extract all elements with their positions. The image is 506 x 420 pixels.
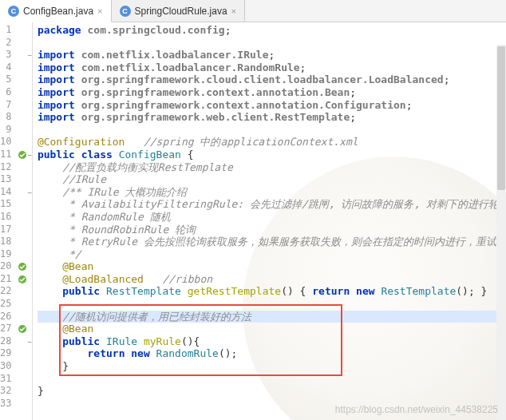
fold-toggle [27,311,31,323]
vertical-scrollbar[interactable] [496,45,506,420]
gutter-mark [18,347,27,360]
line-number: 26 [0,311,11,323]
gutter-mark [18,149,27,161]
code-line[interactable]: @Configuration //spring 中的applicationCon… [38,136,506,149]
line-number: 16 [0,211,11,224]
line-number: 5 [0,73,11,86]
code-line[interactable]: * AvailabilityFilteringRule: 会先过滤掉/跳闸, 访… [38,198,506,211]
code-line[interactable]: @LoadBalanced //ribbon [38,273,506,286]
gutter-mark [18,260,27,273]
gutter-mark [18,360,27,373]
watermark: https://blog.csdn.net/weixin_44538225 [335,404,498,415]
line-number-gutter: 1234567891011121314151617181920212225262… [0,22,18,420]
code-line[interactable]: * RetryRule 会先按照轮询获取服务，如果服务获取失败，则会在指定的时间… [38,236,506,248]
code-line[interactable]: //配置负载均衡实现RestTemplate [38,161,506,174]
gutter-mark [18,224,27,236]
tab-label: SpringCloudRule.java [135,6,227,17]
line-number: 19 [0,248,11,261]
scrollbar-thumb[interactable] [497,46,505,190]
fold-toggle[interactable]: − [27,49,31,61]
gutter-mark [18,111,27,124]
code-line[interactable]: } [38,360,506,373]
tab-bar: C ConfigBean.java × C SpringCloudRule.ja… [0,0,506,22]
gutter-mark [18,24,27,37]
gutter-mark [18,86,27,99]
fold-toggle [27,398,31,410]
gutter-mark [18,248,27,261]
code-line[interactable]: * RoundRobinRule 轮询 [38,224,506,236]
fold-toggle [27,373,31,386]
fold-toggle [27,161,31,174]
line-number: 29 [0,347,11,360]
close-icon[interactable]: × [97,6,102,16]
line-number: 8 [0,111,11,124]
code-line[interactable]: @Bean [38,323,506,335]
gutter-mark [18,124,27,137]
line-number: 15 [0,198,11,211]
fold-toggle [27,273,31,286]
gutter-mark [18,186,27,199]
fold-toggle [27,99,31,112]
code-line[interactable]: import org.springframework.cloud.client.… [38,73,506,86]
code-line[interactable]: public IRule myRule(){ [38,335,506,348]
fold-toggle [27,37,31,50]
line-number: 7 [0,99,11,112]
gutter-mark [18,298,27,311]
fold-toggle[interactable]: − [27,186,31,199]
gutter-mark [18,136,27,149]
fold-toggle [27,61,31,74]
code-area[interactable]: package com.springcloud.config;import co… [33,22,506,420]
code-line[interactable] [38,37,506,50]
gutter-marks [18,22,27,420]
code-line[interactable]: /** IRule 大概功能介绍 [38,186,506,199]
code-line[interactable]: //IRule [38,173,506,186]
code-line[interactable]: import org.springframework.context.annot… [38,99,506,112]
gutter-mark [18,49,27,61]
gutter-mark [18,211,27,224]
tab-springcloudrule[interactable]: C SpringCloudRule.java × [112,0,246,22]
code-line[interactable] [38,124,506,137]
line-number: 32 [0,385,11,398]
code-line[interactable]: } [38,385,506,398]
fold-toggle[interactable]: − [27,335,31,348]
line-number: 22 [0,285,11,298]
java-class-icon: C [120,6,131,17]
code-line[interactable]: //随机访问提供者，用已经封装好的方法 [38,311,506,323]
fold-toggle [27,260,31,273]
code-line[interactable]: import com.netflix.loadbalancer.RandomRu… [38,61,506,74]
code-line[interactable]: import com.netflix.loadbalancer.IRule; [38,49,506,61]
code-line[interactable]: public RestTemplate getRestTemplate() { … [38,285,506,298]
code-line[interactable]: import org.springframework.web.client.Re… [38,111,506,124]
fold-toggle [27,198,31,211]
fold-toggle [27,24,31,37]
line-number: 20 [0,260,11,273]
code-line[interactable]: return new RandomRule(); [38,347,506,360]
line-number: 6 [0,86,11,99]
line-number: 2 [0,37,11,50]
code-line[interactable]: * RandomRule 随机 [38,211,506,224]
fold-toggle [27,136,31,149]
line-number: 11 [0,149,11,161]
fold-toggle [27,360,31,373]
gutter-mark [18,335,27,348]
line-number: 18 [0,236,11,248]
fold-toggle [27,211,31,224]
tab-configbean[interactable]: C ConfigBean.java × [0,0,112,22]
code-line[interactable]: import org.springframework.context.annot… [38,86,506,99]
code-line[interactable] [38,298,506,311]
code-line[interactable]: package com.springcloud.config; [38,24,506,37]
fold-toggle [27,236,31,248]
java-class-icon: C [8,6,19,17]
code-line[interactable]: */ [38,248,506,261]
line-number: 10 [0,136,11,149]
fold-toggle[interactable]: − [27,149,31,161]
close-icon[interactable]: × [231,6,236,16]
code-line[interactable]: public class ConfigBean { [38,149,506,161]
line-number: 14 [0,186,11,199]
line-number: 9 [0,124,11,137]
line-number: 4 [0,61,11,74]
line-number: 27 [0,323,11,335]
line-number: 21 [0,273,11,286]
code-line[interactable]: @Bean [38,260,506,273]
code-line[interactable] [38,373,506,386]
